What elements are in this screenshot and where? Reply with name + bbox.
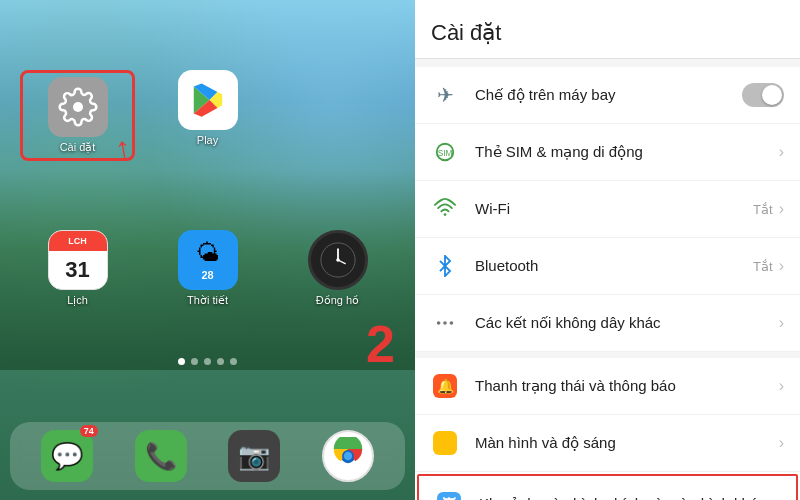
app-label-calendar: Lịch (67, 294, 88, 307)
dock-icon-camera[interactable]: 📷 (228, 430, 280, 482)
airplane-icon: ✈ (431, 81, 459, 109)
dock-icon-messages[interactable]: 💬 74 (41, 430, 93, 482)
notification-chevron: › (779, 377, 784, 395)
settings-label-display: Màn hình và độ sáng (475, 433, 779, 453)
settings-label-airplane: Chế độ trên máy bay (475, 85, 742, 105)
home-screen: Cài đặt (0, 0, 415, 500)
settings-item-airplane[interactable]: ✈ Chế độ trên máy bay (415, 67, 800, 124)
settings-item-notification[interactable]: 🔔 Thanh trạng thái và thông báo › (415, 352, 800, 415)
more-chevron: › (779, 314, 784, 332)
display-chevron: › (779, 434, 784, 452)
app-icon-calendar[interactable]: LCH 31 Lịch (20, 230, 135, 307)
airplane-toggle-area (742, 83, 784, 107)
wifi-value: Tắt (753, 202, 773, 217)
svg-point-0 (73, 102, 83, 112)
app-icon-clock[interactable]: Đồng hồ (280, 230, 395, 307)
messages-badge: 74 (80, 425, 98, 437)
app-label-weather: Thời tiết (187, 294, 228, 307)
notification-icon: 🔔 (431, 372, 459, 400)
app-dock: 💬 74 📞 📷 (10, 422, 405, 490)
dot-1 (178, 358, 185, 365)
app-grid-row2: LCH 31 Lịch 🌤 28 Thời tiết (0, 220, 415, 317)
settings-item-wifi[interactable]: Wi-Fi Tắt › (415, 181, 800, 238)
app-grid-row1: Cài đặt (0, 60, 415, 171)
display-icon: ☀ (431, 429, 459, 457)
more-right: › (779, 314, 784, 332)
settings-item-bluetooth[interactable]: Bluetooth Tắt › (415, 238, 800, 295)
bluetooth-right: Tắt › (753, 257, 784, 275)
svg-point-8 (344, 452, 352, 460)
dock-icon-chrome[interactable] (322, 430, 374, 482)
settings-label-bluetooth: Bluetooth (475, 256, 753, 276)
sim-icon: SIM (431, 138, 459, 166)
settings-title: Cài đặt (431, 20, 784, 46)
dot-5 (230, 358, 237, 365)
more-connections-icon (431, 309, 459, 337)
airplane-toggle[interactable] (742, 83, 784, 107)
svg-point-12 (437, 321, 441, 325)
wifi-chevron: › (779, 200, 784, 218)
wallpaper-chevron: › (775, 495, 780, 500)
settings-header: Cài đặt (415, 0, 800, 59)
app-icon-play[interactable]: Play (150, 70, 265, 161)
sim-right: › (779, 143, 784, 161)
page-dots (0, 358, 415, 365)
dot-2 (191, 358, 198, 365)
settings-label-sim: Thẻ SIM & mạng di động (475, 142, 779, 162)
app-icon-empty (280, 70, 395, 161)
app-label-settings: Cài đặt (60, 141, 96, 154)
svg-point-14 (450, 321, 454, 325)
notification-right: › (779, 377, 784, 395)
svg-point-11 (444, 213, 447, 216)
number-annotation-2: 2 (366, 318, 395, 370)
wifi-icon (431, 195, 459, 223)
app-label-play: Play (197, 134, 218, 146)
settings-panel: Cài đặt ✈ Chế độ trên máy bay SIM Thẻ SI… (415, 0, 800, 500)
svg-point-4 (336, 258, 340, 262)
settings-label-more: Các kết nối không dây khác (475, 313, 779, 333)
dot-3 (204, 358, 211, 365)
settings-list: ✈ Chế độ trên máy bay SIM Thẻ SIM & mạng… (415, 67, 800, 500)
settings-item-display[interactable]: ☀ Màn hình và độ sáng › (415, 415, 800, 472)
svg-point-13 (443, 321, 447, 325)
display-right: › (779, 434, 784, 452)
wifi-right: Tắt › (753, 200, 784, 218)
dock-icon-phone[interactable]: 📞 (135, 430, 187, 482)
wallpaper-icon: 🖼 (435, 490, 463, 500)
settings-label-notification: Thanh trạng thái và thông báo (475, 376, 779, 396)
sim-chevron: › (779, 143, 784, 161)
settings-item-sim[interactable]: SIM Thẻ SIM & mạng di động › (415, 124, 800, 181)
app-icon-weather[interactable]: 🌤 28 Thời tiết (150, 230, 265, 307)
bluetooth-chevron: › (779, 257, 784, 275)
settings-label-wifi: Wi-Fi (475, 199, 753, 219)
app-label-clock: Đồng hồ (316, 294, 359, 307)
dot-4 (217, 358, 224, 365)
svg-text:SIM: SIM (438, 149, 453, 158)
bluetooth-value: Tắt (753, 259, 773, 274)
bluetooth-icon (431, 252, 459, 280)
settings-item-more[interactable]: Các kết nối không dây khác › (415, 295, 800, 352)
settings-item-wallpaper[interactable]: 🖼 Kho ảnh màn hình chính và màn hình khó… (417, 474, 798, 500)
settings-label-wallpaper: Kho ảnh màn hình chính và màn hình khóa (479, 494, 775, 500)
wallpaper-right: › (775, 495, 780, 500)
